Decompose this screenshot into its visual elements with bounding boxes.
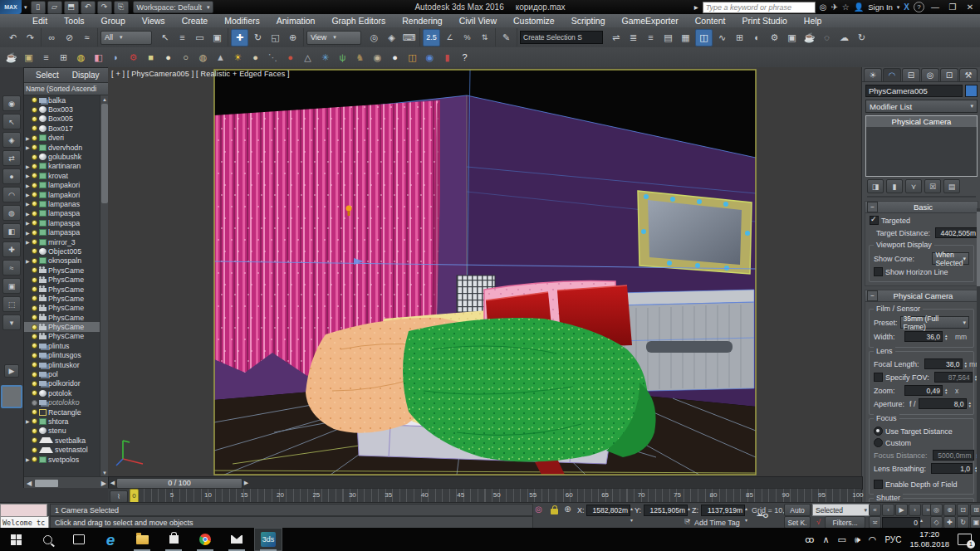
spinner-icon[interactable]: ▴▾ <box>965 358 968 369</box>
visibility-bulb-icon[interactable] <box>32 135 37 141</box>
key-filter-dropdown[interactable]: Selected▾ <box>812 504 870 516</box>
show-end-result-icon[interactable]: ▮ <box>886 179 903 193</box>
shade-icon[interactable]: ◗ <box>108 50 124 66</box>
fov-icon[interactable]: ◇ <box>930 516 943 529</box>
keyboard-override-icon[interactable]: ⌨ <box>401 30 417 46</box>
toggle-ribbon-icon[interactable]: ▦ <box>678 30 693 46</box>
explorer-horizontal-scrollbar[interactable]: ◀ ▶ <box>24 476 109 489</box>
visibility-bulb-icon[interactable] <box>32 456 37 462</box>
width-field[interactable]: 36,0 <box>904 331 943 342</box>
menu-item[interactable]: Group <box>94 16 133 26</box>
maximize-button[interactable]: ❐ <box>946 2 959 12</box>
absolute-mode-icon[interactable]: ⊕ <box>561 504 574 515</box>
menu-item[interactable]: Graph Editors <box>324 16 393 26</box>
menu-item[interactable]: Content <box>688 16 733 26</box>
menu-item[interactable]: Tools <box>56 16 92 26</box>
pin-stack-icon[interactable]: ◨ <box>867 179 884 193</box>
red-ball-icon[interactable]: ● <box>282 50 298 66</box>
expand-arrow-icon[interactable] <box>26 220 32 226</box>
camera-tool-icon[interactable]: ◧ <box>91 50 106 66</box>
expand-arrow-icon[interactable] <box>26 239 32 245</box>
schedule-icon[interactable]: ⊞ <box>56 50 71 66</box>
align-icon[interactable]: ≣ <box>625 30 641 46</box>
time-slider-handle[interactable]: 0 / 100 <box>116 478 243 489</box>
saturn-icon[interactable]: ◉ <box>422 50 438 66</box>
show-cone-dropdown[interactable]: When Selected▾ <box>932 252 969 265</box>
undo-icon[interactable]: ↶ <box>5 30 21 46</box>
object-color-swatch[interactable] <box>1 385 22 408</box>
visibility-bulb-icon[interactable] <box>32 183 37 188</box>
modifier-stack-item[interactable]: Physical Camera <box>866 116 977 127</box>
visibility-bulb-icon[interactable] <box>32 107 37 113</box>
explorer-menu-item[interactable]: Display <box>67 71 105 80</box>
previous-frame-icon[interactable]: ‹ <box>882 504 894 516</box>
list-item[interactable]: pol <box>24 369 100 378</box>
spinner-snap-icon[interactable]: ⇅ <box>477 30 492 46</box>
a360-icon[interactable]: ☁ <box>836 30 852 46</box>
edit-named-selections-icon[interactable]: ✎ <box>498 30 514 46</box>
notes-icon[interactable]: ≡ <box>38 50 54 66</box>
render-production-icon[interactable]: ☕ <box>801 30 817 46</box>
track-bar[interactable]: ⌇ 51015202530354045505560657075808590951… <box>108 488 861 503</box>
object-color-swatch[interactable] <box>965 85 978 97</box>
maxscript-mini-listener-pink[interactable] <box>0 504 47 517</box>
list-item[interactable]: potolok <box>24 388 100 397</box>
new-scene-icon[interactable]: ▯ <box>31 1 46 14</box>
list-item[interactable]: potolokko <box>24 398 100 407</box>
tab-hierarchy[interactable]: ⊟ <box>902 68 920 81</box>
list-item[interactable]: lampanas <box>24 199 100 208</box>
expand-arrow-icon[interactable] <box>26 144 32 150</box>
light-lister-icon[interactable]: ◍ <box>73 50 89 66</box>
lens-breathing-field[interactable]: 1,0 <box>931 463 973 474</box>
mail-button[interactable] <box>221 528 252 551</box>
save-file-icon[interactable]: ⬒ <box>64 1 79 14</box>
visibility-bulb-icon[interactable] <box>32 324 37 330</box>
collapse-icon[interactable]: − <box>867 202 878 212</box>
visibility-bulb-icon[interactable] <box>32 248 37 254</box>
list-item[interactable]: Box003 <box>24 105 100 114</box>
display-lights-icon[interactable]: ◍ <box>2 205 21 221</box>
list-item[interactable]: lampaspa <box>24 218 100 227</box>
list-item[interactable]: PhysCame <box>24 304 100 313</box>
orbit-icon[interactable]: ↻ <box>957 516 969 529</box>
list-item[interactable]: plintusgos <box>24 351 100 360</box>
select-and-manipulate-icon[interactable]: ◈ <box>384 30 399 46</box>
list-item[interactable]: Object005 <box>24 246 100 256</box>
mini-curve-editor-icon[interactable]: ⌇ <box>110 490 128 503</box>
store-button[interactable] <box>158 528 189 551</box>
search-icon[interactable]: ◎ <box>820 3 827 12</box>
list-item[interactable]: shtora <box>24 417 100 426</box>
angle-snap-icon[interactable]: ∠ <box>442 30 458 46</box>
select-object-icon[interactable]: ↖ <box>157 30 173 46</box>
expand-arrow-icon[interactable] <box>26 163 32 169</box>
zoom-all-icon[interactable]: ⊕ <box>943 504 956 516</box>
hidden-icons-chevron-icon[interactable]: ∧ <box>822 534 829 545</box>
list-item[interactable]: kartinaran <box>24 162 100 171</box>
visibility-bulb-icon[interactable] <box>32 239 37 245</box>
scrollbar-thumb[interactable] <box>35 480 58 487</box>
bind-to-spacewarp-icon[interactable]: ≈ <box>79 30 95 46</box>
object-name-field[interactable]: PhysCamera005 <box>865 85 963 97</box>
manage-layers-icon[interactable]: ≡ <box>643 30 659 46</box>
key-mode-toggle-icon[interactable]: ≍ <box>869 516 881 529</box>
curve-editor-icon[interactable]: ∿ <box>714 30 730 46</box>
command-panel-scrollbar[interactable] <box>977 208 980 507</box>
visibility-bulb-icon[interactable] <box>32 390 37 396</box>
list-item[interactable]: PhysCame <box>24 332 100 341</box>
search-expand-icon[interactable]: ▸ <box>694 3 698 12</box>
boxes-icon[interactable]: ◫ <box>404 50 420 66</box>
list-item[interactable]: PhysCame <box>24 275 100 284</box>
minimize-button[interactable]: — <box>929 2 942 12</box>
sync-selection-icon[interactable]: ⇄ <box>2 150 21 166</box>
focal-length-field[interactable]: 38,0 <box>924 358 963 369</box>
teapot-primitive-icon[interactable]: ◍ <box>195 50 211 66</box>
redo-icon[interactable]: ↷ <box>22 30 38 46</box>
target-distance-field[interactable]: 4402,505m <box>935 227 978 238</box>
sphere-primitive-icon[interactable]: ● <box>160 50 176 66</box>
visibility-bulb-icon[interactable] <box>32 173 37 178</box>
spinner-icon[interactable]: ▴▾ <box>740 503 752 514</box>
visibility-bulb-icon[interactable] <box>32 97 37 103</box>
targeted-checkbox[interactable] <box>870 216 879 225</box>
use-target-distance-radio[interactable] <box>874 427 883 436</box>
visibility-bulb-icon[interactable] <box>32 125 37 131</box>
